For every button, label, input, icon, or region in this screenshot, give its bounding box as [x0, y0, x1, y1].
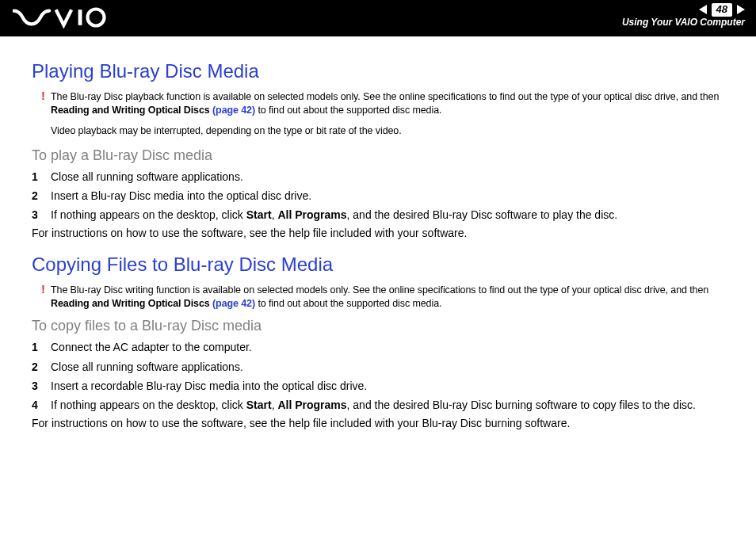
header-right: 48 Using Your VAIO Computer	[622, 3, 745, 29]
page-link-42[interactable]: (page 42)	[212, 105, 255, 116]
page-number: 48	[712, 3, 732, 17]
svg-rect-0	[78, 10, 82, 25]
section-title-copying: Copying Files to Blu-ray Disc Media	[32, 254, 724, 276]
step-text: , and the desired Blu-ray Disc software …	[347, 208, 618, 221]
prev-page-icon[interactable]	[699, 5, 707, 14]
step-number: 2	[32, 359, 38, 375]
video-note: Video playback may be interrupted, depen…	[51, 125, 724, 136]
warning-text: The Blu-ray Disc playback function is av…	[51, 91, 719, 102]
next-page-icon[interactable]	[737, 5, 745, 14]
step-text: Connect the AC adapter to the computer.	[51, 341, 252, 353]
step-text: Close all running software applications.	[51, 360, 243, 373]
warning-text-post: to find out about the supported disc med…	[255, 298, 441, 309]
bold-allprograms: All Programs	[277, 399, 346, 411]
instructions-note: For instructions on how to use the softw…	[32, 227, 724, 239]
list-item: 3Insert a recordable Blu-ray Disc media …	[32, 378, 724, 394]
warning-note-writing: ! The Blu-ray Disc writing function is a…	[51, 284, 724, 311]
svg-point-1	[88, 10, 105, 26]
subheading-play: To play a Blu-ray Disc media	[32, 147, 724, 164]
warning-note-playback: ! The Blu-ray Disc playback function is …	[51, 90, 724, 117]
step-text: , and the desired Blu-ray Disc burning s…	[347, 399, 696, 411]
warning-text: The Blu-ray Disc writing function is ava…	[51, 284, 708, 296]
step-number: 1	[32, 339, 38, 355]
warning-bold: Reading and Writing Optical Discs	[51, 105, 212, 116]
step-text: If nothing appears on the desktop, click	[51, 399, 246, 411]
steps-copy: 1Connect the AC adapter to the computer.…	[32, 339, 724, 413]
step-text: If nothing appears on the desktop, click	[51, 208, 246, 221]
warning-bold: Reading and Writing Optical Discs	[51, 298, 212, 309]
page-content: Playing Blu-ray Disc Media ! The Blu-ray…	[0, 36, 756, 429]
list-item: 2Close all running software applications…	[32, 359, 724, 375]
bold-allprograms: All Programs	[277, 208, 346, 221]
step-number: 2	[32, 188, 38, 204]
step-number: 3	[32, 207, 38, 223]
instructions-note: For instructions on how to use the softw…	[32, 417, 724, 429]
section-title-playing: Playing Blu-ray Disc Media	[32, 60, 724, 82]
page-nav: 48	[622, 3, 745, 17]
step-number: 3	[32, 378, 38, 394]
warning-text-post: to find out about the supported disc med…	[255, 105, 441, 116]
breadcrumb: Using Your VAIO Computer	[622, 17, 745, 29]
steps-play: 1Close all running software applications…	[32, 169, 724, 223]
list-item: 3If nothing appears on the desktop, clic…	[32, 207, 724, 223]
list-item: 2Insert a Blu-ray Disc media into the op…	[32, 188, 724, 204]
list-item: 4If nothing appears on the desktop, clic…	[32, 397, 724, 413]
vaio-logo	[13, 6, 124, 30]
list-item: 1Close all running software applications…	[32, 169, 724, 185]
warning-icon: !	[41, 281, 45, 297]
step-text: Insert a recordable Blu-ray Disc media i…	[51, 380, 367, 392]
list-item: 1Connect the AC adapter to the computer.	[32, 339, 724, 355]
bold-start: Start	[246, 399, 272, 411]
step-text: Close all running software applications.	[51, 170, 243, 183]
page-header: 48 Using Your VAIO Computer	[0, 0, 756, 36]
page-link-42[interactable]: (page 42)	[212, 298, 255, 309]
step-text: Insert a Blu-ray Disc media into the opt…	[51, 189, 311, 202]
step-number: 4	[32, 397, 38, 413]
bold-start: Start	[246, 208, 272, 221]
step-number: 1	[32, 169, 38, 185]
warning-icon: !	[41, 88, 45, 104]
subheading-copy: To copy files to a Blu-ray Disc media	[32, 318, 724, 334]
